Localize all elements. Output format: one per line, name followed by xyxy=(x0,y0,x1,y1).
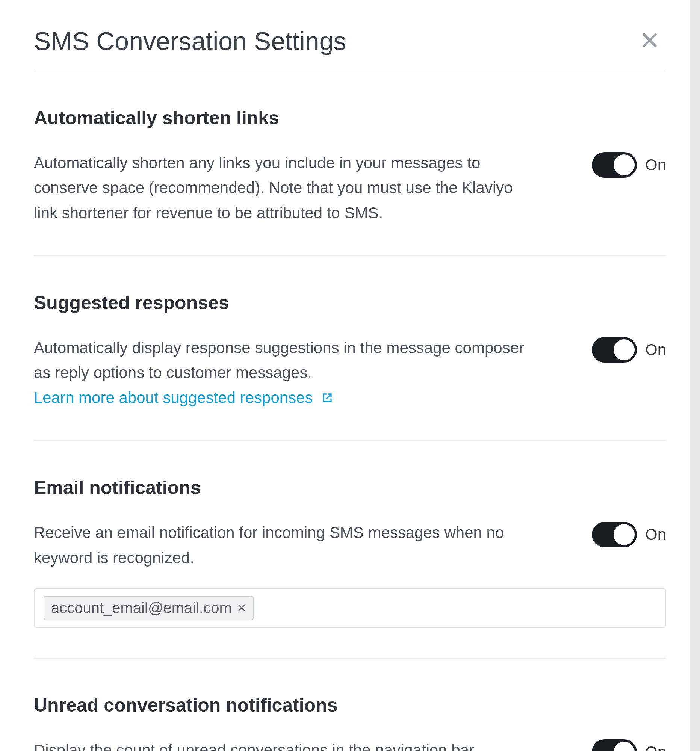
section-heading: Automatically shorten links xyxy=(34,107,666,129)
section-description: Receive an email notification for incomi… xyxy=(34,520,530,570)
modal-header: SMS Conversation Settings xyxy=(34,26,666,71)
unread-notifications-toggle[interactable] xyxy=(592,739,637,751)
section-shorten-links: Automatically shorten links Automaticall… xyxy=(34,71,666,256)
close-icon xyxy=(640,31,660,51)
link-text: Learn more about suggested responses xyxy=(34,385,313,410)
email-notifications-toggle[interactable] xyxy=(592,522,637,547)
learn-more-suggested-responses-link[interactable]: Learn more about suggested responses xyxy=(34,385,335,410)
section-description: Display the count of unread conversation… xyxy=(34,741,477,751)
section-description: Automatically shorten any links you incl… xyxy=(34,151,530,226)
toggle-state-label: On xyxy=(645,341,666,359)
section-suggested-responses: Suggested responses Automatically displa… xyxy=(34,256,666,441)
email-chip: account_email@email.com xyxy=(43,596,253,620)
toggle-knob xyxy=(613,155,635,175)
section-heading: Unread conversation notifications xyxy=(34,694,666,716)
section-unread-notifications: Unread conversation notifications Displa… xyxy=(34,658,666,751)
remove-email-chip-button[interactable] xyxy=(237,603,246,612)
section-email-notifications: Email notifications Receive an email not… xyxy=(34,441,666,658)
toggle-knob xyxy=(613,339,635,360)
toggle-group: On xyxy=(592,151,666,178)
toggle-state-label: On xyxy=(645,156,666,174)
email-recipients-input[interactable]: account_email@email.com xyxy=(34,588,666,628)
section-description-block: Display the count of unread conversation… xyxy=(34,738,530,751)
modal-title: SMS Conversation Settings xyxy=(34,26,346,56)
section-heading: Suggested responses xyxy=(34,292,666,314)
toggle-state-label: On xyxy=(645,743,666,751)
toggle-state-label: On xyxy=(645,525,666,544)
toggle-group: On xyxy=(592,335,666,363)
section-description-block: Automatically display response suggestio… xyxy=(34,335,530,410)
email-chip-text: account_email@email.com xyxy=(51,600,232,617)
toggle-knob xyxy=(613,524,635,545)
shorten-links-toggle[interactable] xyxy=(592,152,637,178)
toggle-knob xyxy=(613,742,635,751)
suggested-responses-toggle[interactable] xyxy=(592,337,637,363)
toggle-group: On xyxy=(592,520,666,547)
section-description: Automatically display response suggestio… xyxy=(34,339,524,381)
close-button[interactable] xyxy=(640,31,666,51)
toggle-group: On xyxy=(592,738,666,751)
scrollbar-track[interactable] xyxy=(690,0,700,751)
section-heading: Email notifications xyxy=(34,477,666,499)
external-link-icon xyxy=(320,390,335,405)
